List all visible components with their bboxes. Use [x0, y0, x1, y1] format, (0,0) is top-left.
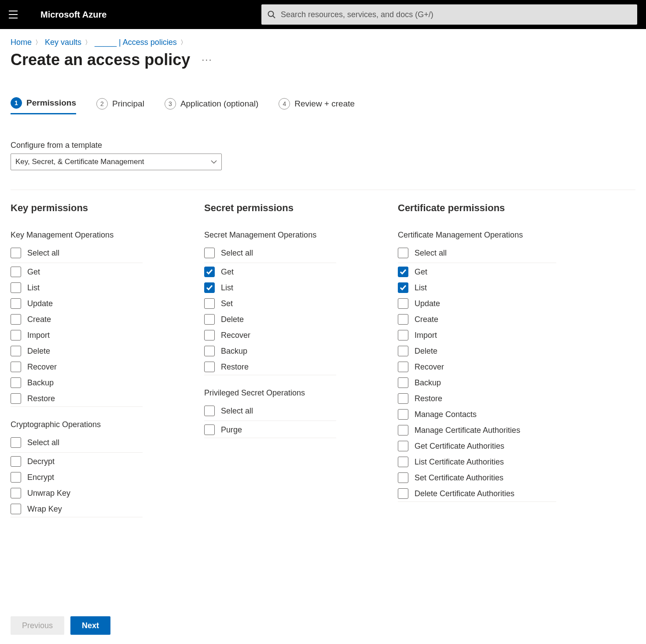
permission-row[interactable]: Unwrap Key	[11, 485, 143, 501]
permission-row[interactable]: Create	[398, 311, 556, 327]
checkbox[interactable]	[204, 282, 215, 293]
breadcrumb-keyvaults[interactable]: Key vaults	[45, 38, 81, 47]
checkbox[interactable]	[204, 346, 215, 356]
checkbox[interactable]	[398, 377, 408, 388]
checkbox[interactable]	[11, 377, 21, 388]
permission-row[interactable]: Delete	[398, 343, 556, 359]
step-1[interactable]: 1Permissions	[11, 97, 76, 114]
checkbox[interactable]	[398, 472, 408, 483]
checkbox[interactable]	[204, 330, 215, 340]
permission-row[interactable]: Decrypt	[11, 454, 143, 469]
checkbox[interactable]	[204, 314, 215, 325]
step-number-icon: 4	[279, 98, 290, 110]
checkbox[interactable]	[11, 456, 21, 467]
checkbox[interactable]	[204, 424, 215, 435]
permission-row[interactable]: Backup	[11, 375, 143, 391]
breadcrumb-access-policies[interactable]: _____ | Access policies	[95, 38, 177, 47]
breadcrumb-home[interactable]: Home	[11, 38, 32, 47]
select-all-row[interactable]: Select all	[204, 245, 336, 263]
permission-row[interactable]: Get	[204, 264, 336, 280]
permission-row[interactable]: Get	[398, 264, 556, 280]
checkbox[interactable]	[11, 472, 21, 483]
permission-row[interactable]: List Certificate Authorities	[398, 454, 556, 470]
checkbox[interactable]	[398, 298, 408, 309]
step-4[interactable]: 4Review + create	[279, 97, 355, 114]
search-input[interactable]	[281, 10, 631, 19]
checkbox[interactable]	[11, 267, 21, 277]
template-select[interactable]: Key, Secret, & Certificate Management	[11, 154, 222, 170]
select-all-row[interactable]: Select all	[11, 435, 143, 453]
checkbox[interactable]	[204, 298, 215, 309]
permission-row[interactable]: Backup	[398, 375, 556, 391]
permission-row[interactable]: Wrap Key	[11, 501, 143, 517]
checkbox[interactable]	[11, 314, 21, 325]
next-button[interactable]: Next	[70, 616, 110, 635]
checkbox[interactable]	[11, 488, 21, 498]
permission-row[interactable]: List	[11, 280, 143, 296]
permission-row[interactable]: Create	[11, 311, 143, 327]
more-icon[interactable]: ···	[202, 54, 212, 66]
permission-row[interactable]: Backup	[204, 343, 336, 359]
permission-row[interactable]: Restore	[11, 391, 143, 407]
checkbox[interactable]	[204, 406, 215, 416]
select-all-row[interactable]: Select all	[398, 245, 556, 263]
hamburger-icon[interactable]	[4, 6, 22, 23]
permission-row[interactable]: Get	[11, 264, 143, 280]
checkbox[interactable]	[398, 488, 408, 499]
checkbox[interactable]	[398, 441, 408, 451]
permission-row[interactable]: Import	[11, 327, 143, 343]
checkbox[interactable]	[398, 409, 408, 420]
checkbox[interactable]	[11, 504, 21, 514]
permission-row[interactable]: Restore	[204, 359, 336, 375]
permission-row[interactable]: Recover	[11, 359, 143, 375]
checkbox[interactable]	[11, 346, 21, 356]
checkbox[interactable]	[204, 248, 215, 258]
permission-row[interactable]: Get Certificate Authorities	[398, 438, 556, 454]
permission-row[interactable]: Restore	[398, 391, 556, 406]
permission-row[interactable]: Update	[11, 296, 143, 311]
checkbox[interactable]	[11, 393, 21, 404]
checkbox[interactable]	[398, 330, 408, 340]
permission-row[interactable]: Manage Contacts	[398, 406, 556, 422]
checkbox[interactable]	[398, 248, 408, 258]
permission-row[interactable]: Recover	[398, 359, 556, 375]
checkbox[interactable]	[11, 362, 21, 372]
checkbox[interactable]	[398, 425, 408, 435]
checkbox[interactable]	[11, 437, 21, 448]
checkbox[interactable]	[11, 248, 21, 258]
select-all-row[interactable]: Select all	[204, 403, 336, 421]
permission-row[interactable]: Encrypt	[11, 469, 143, 485]
checkbox[interactable]	[398, 457, 408, 467]
checkbox[interactable]	[398, 346, 408, 356]
step-2[interactable]: 2Principal	[96, 97, 144, 114]
checkbox[interactable]	[398, 282, 408, 293]
permission-row[interactable]: Purge	[204, 422, 336, 438]
checkbox[interactable]	[398, 362, 408, 372]
checkbox[interactable]	[11, 330, 21, 340]
select-all-row[interactable]: Select all	[11, 245, 143, 263]
checkbox[interactable]	[11, 298, 21, 309]
checkbox[interactable]	[11, 282, 21, 293]
checkbox[interactable]	[204, 362, 215, 372]
permission-label: Get	[221, 267, 234, 277]
checkbox[interactable]	[398, 393, 408, 404]
template-section: Configure from a template Key, Secret, &…	[11, 141, 635, 170]
step-3[interactable]: 3Application (optional)	[165, 97, 258, 114]
permission-row[interactable]: Set	[204, 296, 336, 311]
permission-row[interactable]: List	[398, 280, 556, 296]
chevron-right-icon: 〉	[35, 39, 41, 47]
permission-row[interactable]: Update	[398, 296, 556, 311]
checkbox[interactable]	[204, 267, 215, 277]
permission-row[interactable]: Import	[398, 327, 556, 343]
permission-row[interactable]: List	[204, 280, 336, 296]
permission-row[interactable]: Delete	[204, 311, 336, 327]
permission-row[interactable]: Delete	[11, 343, 143, 359]
svg-point-3	[268, 11, 274, 17]
checkbox[interactable]	[398, 314, 408, 325]
permission-row[interactable]: Delete Certificate Authorities	[398, 486, 556, 502]
checkbox[interactable]	[398, 267, 408, 277]
global-search[interactable]	[261, 4, 637, 25]
permission-row[interactable]: Set Certificate Authorities	[398, 470, 556, 486]
permission-row[interactable]: Recover	[204, 327, 336, 343]
permission-row[interactable]: Manage Certificate Authorities	[398, 422, 556, 438]
